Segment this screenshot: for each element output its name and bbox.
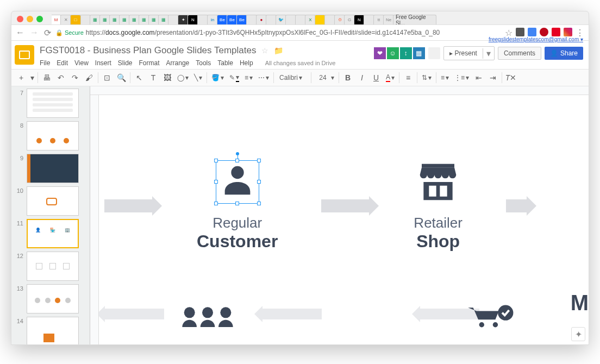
people-group-icon[interactable] xyxy=(180,305,235,327)
addon-icon[interactable]: ▦ xyxy=(413,47,425,59)
arrow-icon[interactable] xyxy=(321,199,370,212)
slides-logo[interactable] xyxy=(15,45,34,65)
menu-file[interactable]: File xyxy=(40,59,50,67)
slide-canvas[interactable]: Regular Customer Retailer Shop xyxy=(99,95,589,344)
bulleted-list-button[interactable]: ⋮≡▾ xyxy=(452,74,471,81)
browser-tab[interactable]: tt xyxy=(373,15,384,24)
slide-thumbnail[interactable]: 8 xyxy=(16,121,88,150)
browser-tab[interactable]: ▦ xyxy=(90,15,101,24)
browser-tab[interactable]: ▦ xyxy=(148,15,159,24)
resize-handle[interactable] xyxy=(257,202,261,205)
slide-thumbnail[interactable]: 14 xyxy=(16,317,88,344)
extension-icon[interactable] xyxy=(564,28,572,36)
browser-tab[interactable]: ✕ xyxy=(60,15,71,24)
browser-tab[interactable]: in xyxy=(207,15,218,24)
browser-tab[interactable] xyxy=(324,15,335,24)
resize-handle[interactable] xyxy=(235,202,239,205)
menu-help[interactable]: Help xyxy=(240,59,253,67)
vertical-ruler[interactable] xyxy=(90,95,99,344)
menu-table[interactable]: Table xyxy=(217,59,233,67)
font-selector[interactable]: Calibri ▾ xyxy=(276,74,309,81)
slide-thumbnail[interactable]: 9 xyxy=(16,154,88,183)
slide-thumbnail[interactable]: 11 👤🏪🏢 xyxy=(16,219,88,248)
select-tool[interactable]: ↖ xyxy=(133,71,146,84)
browser-tab[interactable] xyxy=(295,15,306,24)
present-button[interactable]: ▸Present ▾ xyxy=(443,46,495,60)
browser-tab[interactable] xyxy=(197,15,208,24)
browser-tab[interactable]: ▦ xyxy=(99,15,110,24)
menu-view[interactable]: View xyxy=(74,59,89,67)
browser-tab[interactable]: N xyxy=(188,15,198,24)
browser-tab[interactable] xyxy=(246,15,257,24)
bold-button[interactable]: B xyxy=(341,71,354,84)
border-dash-button[interactable]: ⋯▾ xyxy=(256,74,271,81)
menu-format[interactable]: Format xyxy=(139,59,160,67)
comments-button[interactable]: Comments xyxy=(498,47,541,60)
browser-tab[interactable] xyxy=(266,15,277,24)
menu-tools[interactable]: Tools xyxy=(196,59,211,67)
menu-edit[interactable]: Edit xyxy=(57,59,68,67)
indent-increase-button[interactable]: ⇥ xyxy=(486,71,499,84)
close-window-button[interactable] xyxy=(17,16,23,22)
italic-button[interactable]: I xyxy=(355,71,368,84)
menu-slide[interactable]: Slide xyxy=(118,59,133,67)
extension-icon[interactable] xyxy=(540,28,548,36)
fill-color-button[interactable]: 🪣▾ xyxy=(209,74,226,81)
image-tool[interactable]: 🖼 xyxy=(161,71,174,84)
forward-button[interactable]: → xyxy=(30,28,39,38)
browser-tab[interactable]: N xyxy=(354,15,365,24)
slide-thumbnail[interactable]: 12 xyxy=(16,252,88,281)
slide-thumbnail[interactable]: 7 xyxy=(16,89,88,118)
redo-button[interactable]: ↷ xyxy=(68,71,82,84)
maximize-window-button[interactable] xyxy=(36,16,43,22)
present-dropdown[interactable]: ▾ xyxy=(483,48,494,59)
text-color-button[interactable]: A▾ xyxy=(384,73,397,82)
resize-handle[interactable] xyxy=(214,180,218,184)
browser-tab[interactable]: X xyxy=(305,15,316,24)
border-weight-button[interactable]: ≡▾ xyxy=(242,74,255,81)
browser-tab[interactable]: Ne xyxy=(383,15,394,24)
addon-icon[interactable]: ☺ xyxy=(387,47,399,59)
paint-format-button[interactable]: 🖌 xyxy=(83,71,96,84)
url-input[interactable]: 🔒 Secure https://docs.google.com/present… xyxy=(55,29,501,36)
underline-button[interactable]: U xyxy=(370,71,383,84)
cart-check-icon[interactable] xyxy=(463,304,517,328)
browser-tab[interactable]: ⚙ xyxy=(334,15,345,24)
slide-thumbnail[interactable]: 10 xyxy=(16,186,88,216)
browser-tab[interactable]: Be xyxy=(217,15,228,24)
extension-icon[interactable] xyxy=(552,28,560,36)
extension-icon[interactable] xyxy=(528,28,536,36)
zoom-button[interactable]: 🔍 xyxy=(115,71,128,84)
numbered-list-button[interactable]: ≡▾ xyxy=(439,74,451,81)
line-spacing-button[interactable]: ⇅▾ xyxy=(420,74,434,81)
browser-tab[interactable] xyxy=(315,15,326,24)
undo-button[interactable]: ↶ xyxy=(54,71,67,84)
reload-button[interactable]: ⟳ xyxy=(44,28,51,38)
clear-formatting-button[interactable]: T✕ xyxy=(504,71,517,84)
browser-tab[interactable]: Free Google Sl... xyxy=(393,15,436,24)
zoom-fit-button[interactable]: ⊡ xyxy=(101,71,114,84)
browser-tab[interactable]: Be xyxy=(227,15,238,24)
horizontal-ruler[interactable] xyxy=(90,86,589,95)
indent-decrease-button[interactable]: ⇤ xyxy=(472,71,485,84)
browser-tab[interactable] xyxy=(168,15,179,24)
resize-handle[interactable] xyxy=(235,159,239,162)
arrow-icon[interactable] xyxy=(104,199,153,212)
browser-tab[interactable]: ▦ xyxy=(119,15,130,24)
menu-arrange[interactable]: Arrange xyxy=(166,59,190,67)
browser-tab[interactable]: ▦ xyxy=(139,15,149,24)
minimize-window-button[interactable] xyxy=(27,16,33,22)
flow-item-shop[interactable]: Retailer Shop xyxy=(414,160,462,252)
browser-tab[interactable]: ▦ xyxy=(129,15,140,24)
extension-icon[interactable] xyxy=(516,28,524,36)
slide-thumbnail[interactable]: 13 xyxy=(16,284,88,313)
customer-icon-selected[interactable] xyxy=(216,160,259,204)
flow-item-customer[interactable]: Regular Customer xyxy=(197,160,278,252)
document-title[interactable]: FGST0018 - Business Plan Google Slides T… xyxy=(40,44,368,57)
new-slide-dropdown[interactable]: ▾ xyxy=(29,71,35,84)
resize-handle[interactable] xyxy=(257,180,261,184)
new-slide-button[interactable]: + xyxy=(15,71,28,84)
browser-tab[interactable]: ▦ xyxy=(158,15,169,24)
line-tool[interactable]: ╲▾ xyxy=(192,74,204,81)
resize-handle[interactable] xyxy=(214,202,218,205)
